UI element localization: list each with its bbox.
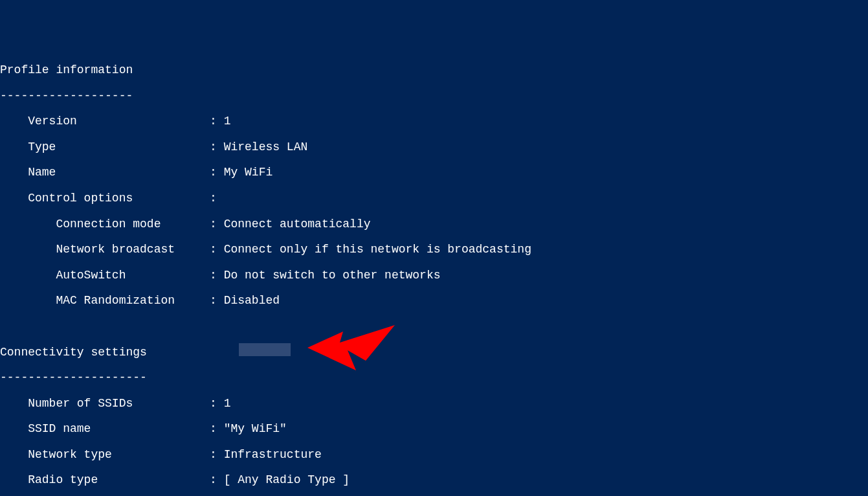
section-dashes-profile: ------------------- — [0, 90, 868, 103]
field-autoswitch: AutoSwitch : Do not switch to other netw… — [0, 269, 868, 282]
field-type: Type : Wireless LAN — [0, 141, 868, 154]
field-mac-randomization: MAC Randomization : Disabled — [0, 295, 868, 308]
redaction-blur — [239, 343, 291, 356]
blank-line — [0, 321, 868, 333]
field-num-ssids: Number of SSIDs : 1 — [0, 398, 868, 411]
section-header-profile: Profile information — [0, 64, 868, 77]
field-network-type: Network type : Infrastructure — [0, 449, 868, 462]
field-version: Version : 1 — [0, 115, 868, 128]
field-ssid-name: SSID name : "My WiFi" — [0, 423, 868, 436]
powershell-terminal[interactable]: Profile information ------------------- … — [0, 51, 868, 496]
field-radio-type: Radio type : [ Any Radio Type ] — [0, 474, 868, 487]
field-control-options: Control options : — [0, 192, 868, 205]
section-header-connectivity: Connectivity settings — [0, 346, 868, 359]
section-dashes-connectivity: --------------------- — [0, 372, 868, 385]
field-name: Name : My WiFi — [0, 166, 868, 179]
field-connection-mode: Connection mode : Connect automatically — [0, 218, 868, 231]
field-network-broadcast: Network broadcast : Connect only if this… — [0, 243, 868, 256]
